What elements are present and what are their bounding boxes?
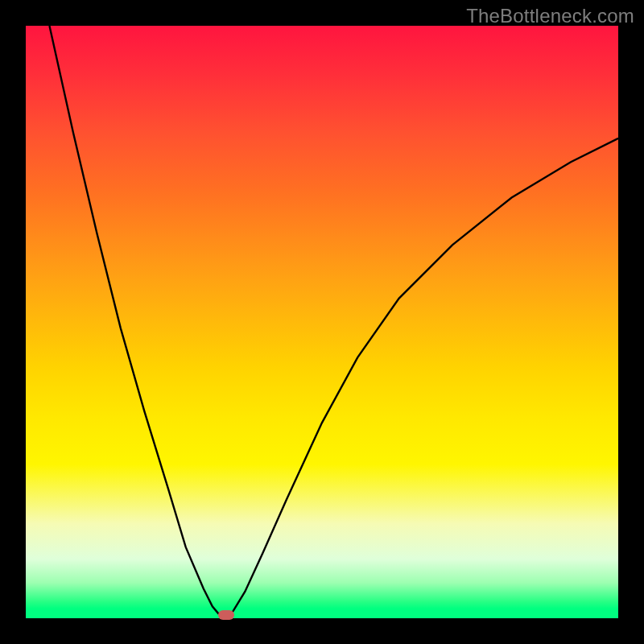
minimum-marker bbox=[218, 610, 234, 620]
curve-left-branch bbox=[49, 26, 225, 618]
bottleneck-curve bbox=[26, 26, 618, 618]
plot-area bbox=[26, 26, 618, 618]
curve-right-branch bbox=[227, 138, 618, 618]
watermark-text: TheBottleneck.com bbox=[466, 5, 634, 27]
chart-frame: TheBottleneck.com bbox=[0, 0, 644, 644]
